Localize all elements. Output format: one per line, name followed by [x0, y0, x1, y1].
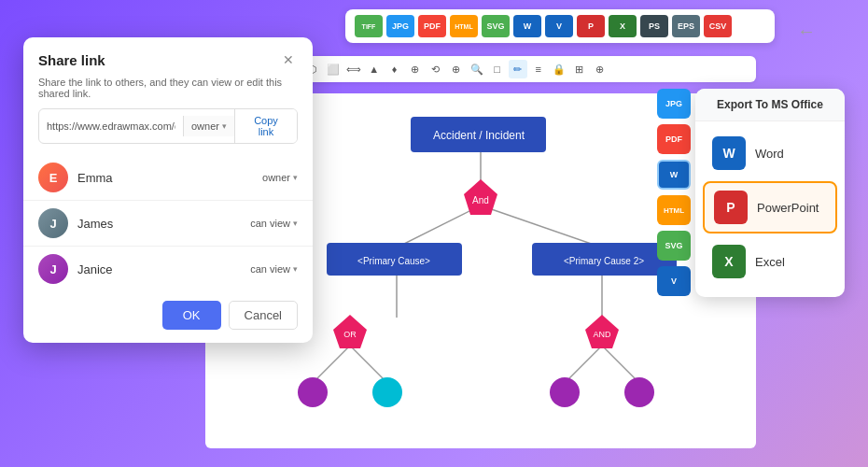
- avatar-james: J: [38, 208, 68, 238]
- side-icon-word[interactable]: W: [657, 160, 691, 190]
- ppt-label: PowerPoint: [757, 201, 819, 215]
- side-icon-svg[interactable]: SVG: [657, 231, 691, 261]
- side-icon-pdf[interactable]: PDF: [657, 124, 691, 154]
- svg-line-6: [350, 346, 387, 383]
- link-role-label: owner: [191, 120, 219, 132]
- format-pdf[interactable]: PDF: [418, 15, 446, 37]
- arrow-indicator: ←: [797, 21, 816, 42]
- tool-rect[interactable]: ⬜: [324, 60, 343, 78]
- excel-label: Excel: [755, 255, 785, 269]
- word-icon: W: [712, 136, 746, 170]
- cancel-button[interactable]: Cancel: [229, 301, 298, 330]
- dialog-header: Share link ✕: [23, 37, 313, 77]
- ok-button[interactable]: OK: [162, 301, 221, 330]
- export-items-list: W Word P PowerPoint X Excel: [695, 121, 845, 297]
- side-icon-visio[interactable]: V: [657, 266, 691, 296]
- svg-line-5: [313, 346, 350, 383]
- role-chevron-icon: ▾: [222, 121, 227, 131]
- svg-point-22: [372, 377, 402, 407]
- svg-line-7: [565, 346, 602, 383]
- excel-icon: X: [712, 245, 746, 278]
- tool-triangle[interactable]: ▲: [365, 60, 384, 78]
- word-label: Word: [755, 147, 784, 161]
- svg-point-21: [298, 377, 328, 407]
- collab-name-janice: Janice: [77, 262, 241, 276]
- svg-point-24: [624, 377, 654, 407]
- avatar-janice: J: [38, 254, 68, 284]
- tool-fill[interactable]: ♦: [385, 60, 404, 78]
- dialog-actions: OK Cancel: [23, 290, 313, 343]
- format-ps[interactable]: PS: [640, 15, 668, 37]
- collab-role-janice[interactable]: can view ▾: [250, 263, 298, 275]
- side-icon-html[interactable]: HTML: [657, 195, 691, 225]
- format-word[interactable]: W: [513, 15, 541, 37]
- format-svg[interactable]: SVG: [482, 15, 510, 37]
- ppt-icon: P: [714, 191, 748, 224]
- copy-link-button[interactable]: Copy link: [234, 109, 297, 143]
- export-item-excel[interactable]: X Excel: [703, 237, 837, 286]
- tool-line[interactable]: ⟺: [344, 60, 363, 78]
- tool-more[interactable]: ⊕: [591, 60, 609, 78]
- svg-line-1: [397, 205, 481, 248]
- export-panel-title: Export To MS Office: [695, 89, 845, 121]
- tool-grid[interactable]: ⊞: [570, 60, 589, 78]
- share-dialog: Share link ✕ Share the link to others, a…: [23, 37, 313, 343]
- svg-text:<Primary Cause 2>: <Primary Cause 2>: [564, 256, 644, 266]
- tool-pen[interactable]: ✏: [509, 60, 527, 78]
- svg-line-8: [602, 346, 639, 383]
- tool-rotate[interactable]: ⟲: [427, 60, 445, 78]
- format-xlsx[interactable]: X: [609, 15, 637, 37]
- format-visio[interactable]: V: [545, 15, 573, 37]
- tool-select[interactable]: □: [488, 60, 507, 78]
- export-item-powerpoint[interactable]: P PowerPoint: [703, 181, 837, 234]
- format-tiff[interactable]: TIFF: [355, 15, 383, 37]
- export-panel: Export To MS Office W Word P PowerPoint …: [695, 89, 845, 297]
- format-html[interactable]: HTML: [450, 15, 478, 37]
- dialog-title: Share link: [38, 52, 105, 68]
- svg-text:OR: OR: [343, 330, 357, 339]
- role-chevron-janice: ▾: [293, 264, 298, 274]
- collab-name-james: James: [77, 217, 241, 231]
- collaborator-emma: E Emma owner ▾: [23, 157, 313, 198]
- export-item-word[interactable]: W Word: [703, 129, 837, 177]
- svg-text:Accident / Incident: Accident / Incident: [433, 129, 525, 142]
- collab-role-james[interactable]: can view ▾: [250, 218, 298, 229]
- link-row: owner ▾ Copy link: [38, 108, 298, 144]
- close-button[interactable]: ✕: [279, 50, 298, 69]
- collab-role-label-janice: can view: [250, 263, 290, 275]
- link-role-selector[interactable]: owner ▾: [183, 116, 234, 136]
- collab-role-label-james: can view: [250, 218, 290, 229]
- collaborator-janice: J Janice can view ▾: [23, 248, 313, 290]
- svg-point-23: [550, 377, 580, 407]
- role-chevron-emma: ▾: [293, 173, 298, 182]
- role-chevron-james: ▾: [293, 219, 298, 228]
- dialog-description: Share the link to others, and they can v…: [23, 77, 313, 108]
- side-icons-panel: JPG PDF W HTML SVG V: [657, 89, 691, 296]
- svg-line-2: [481, 205, 602, 248]
- svg-text:<Primary Cause>: <Primary Cause>: [357, 256, 430, 266]
- tool-plus[interactable]: ⊕: [406, 60, 425, 78]
- side-icon-jpg[interactable]: JPG: [657, 89, 691, 119]
- collaborator-james: J James can view ▾: [23, 203, 313, 244]
- tool-zoom[interactable]: 🔍: [468, 60, 486, 78]
- format-ppt[interactable]: P: [577, 15, 605, 37]
- tool-connect[interactable]: ⊕: [447, 60, 466, 78]
- collab-name-emma: Emma: [77, 171, 253, 185]
- link-input[interactable]: [39, 114, 183, 138]
- tool-align[interactable]: ≡: [529, 60, 548, 78]
- format-toolbar: TIFF JPG PDF HTML SVG W V P X PS EPS CSV: [345, 9, 775, 43]
- format-eps[interactable]: EPS: [672, 15, 700, 37]
- svg-text:And: And: [472, 195, 489, 205]
- svg-text:AND: AND: [593, 330, 611, 339]
- tool-lock[interactable]: 🔒: [550, 60, 568, 78]
- format-csv[interactable]: CSV: [704, 15, 732, 37]
- collab-role-emma[interactable]: owner ▾: [262, 172, 298, 183]
- avatar-emma: E: [38, 163, 68, 192]
- collab-role-label-emma: owner: [262, 172, 290, 183]
- format-jpg[interactable]: JPG: [386, 15, 414, 37]
